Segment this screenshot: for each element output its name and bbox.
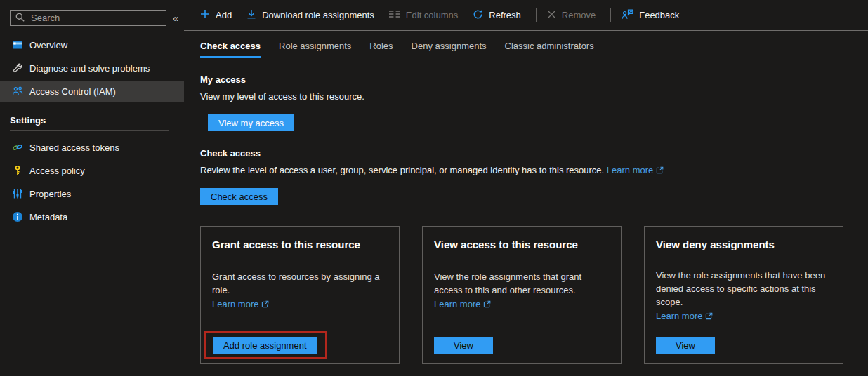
add-role-assignment-button[interactable]: Add role assignment	[213, 337, 317, 354]
check-access-button[interactable]: Check access	[200, 188, 278, 205]
edit-columns-label: Edit columns	[406, 10, 458, 20]
tab-deny-assignments[interactable]: Deny assignments	[412, 41, 487, 58]
sidebar-settings-nav: Shared access tokens Access policy Prope…	[0, 137, 184, 227]
search-input[interactable]	[29, 12, 161, 24]
view-deny-assignments-card: View deny assignments View the role assi…	[644, 226, 843, 364]
x-icon	[547, 10, 556, 21]
red-highlight-box: Add role assignment	[204, 331, 327, 359]
sidebar-item-label: Metadata	[29, 212, 67, 222]
external-link-icon	[261, 298, 269, 311]
people-icon	[11, 86, 23, 98]
resource-sidebar: « Overview Diagnose and solve problems A…	[0, 0, 184, 376]
check-access-learn-more-link[interactable]: Learn more	[607, 165, 653, 175]
tab-bar: Check access Role assignments Roles Deny…	[200, 41, 854, 58]
sidebar-item-shared-access-tokens[interactable]: Shared access tokens	[0, 137, 184, 158]
card-title: View deny assignments	[656, 239, 831, 250]
learn-more-label: Learn more	[434, 299, 480, 309]
view-access-learn-more-link[interactable]: Learn more	[434, 299, 480, 309]
card-button-row: View	[434, 337, 493, 354]
sidebar-item-label: Overview	[29, 40, 67, 51]
refresh-icon	[473, 9, 483, 22]
edit-columns-button[interactable]: Edit columns	[389, 10, 458, 20]
wrench-icon	[11, 62, 23, 74]
download-button-label: Download role assignments	[262, 10, 374, 20]
sidebar-item-label: Properties	[29, 189, 71, 199]
card-button-row: View	[656, 337, 715, 354]
sidebar-search-row: «	[0, 10, 184, 26]
plus-icon	[200, 9, 210, 21]
sidebar-item-label: Shared access tokens	[29, 142, 119, 153]
card-learn-more-line: Learn more	[212, 297, 388, 311]
link-icon	[11, 142, 23, 154]
grant-access-card: Grant access to this resource Grant acce…	[200, 226, 400, 364]
download-icon	[246, 9, 256, 21]
sidebar-nav: Overview Diagnose and solve problems Acc…	[0, 34, 184, 102]
check-access-description-text: Review the level of access a user, group…	[200, 165, 604, 175]
view-my-access-button[interactable]: View my access	[208, 114, 294, 131]
iam-content: Check access Role assignments Roles Deny…	[184, 31, 868, 364]
remove-button-label: Remove	[562, 10, 596, 20]
tab-check-access[interactable]: Check access	[200, 41, 261, 58]
my-access-description: View my level of access to this resource…	[200, 91, 854, 102]
external-link-icon	[656, 166, 664, 176]
my-access-title: My access	[200, 74, 854, 85]
card-title: Grant access to this resource	[212, 239, 388, 250]
feedback-button[interactable]: Feedback	[622, 9, 679, 22]
grant-access-learn-more-link[interactable]: Learn more	[212, 299, 258, 309]
card-title: View access to this resource	[434, 239, 610, 250]
card-learn-more-line: Learn more	[656, 309, 831, 323]
refresh-button-label: Refresh	[489, 10, 521, 20]
learn-more-label: Learn more	[607, 165, 653, 175]
key-icon	[11, 165, 23, 177]
azure-iam-page: « Overview Diagnose and solve problems A…	[0, 0, 868, 376]
add-button[interactable]: Add	[200, 9, 232, 21]
learn-more-label: Learn more	[212, 299, 258, 309]
add-button-label: Add	[216, 10, 232, 20]
tab-classic-administrators[interactable]: Classic administrators	[505, 41, 594, 58]
card-description: View the role assignments that grant acc…	[434, 270, 610, 297]
sidebar-search-box[interactable]	[10, 10, 166, 26]
collapse-sidebar-icon[interactable]: «	[173, 12, 178, 24]
view-access-card: View access to this resource View the ro…	[422, 226, 622, 364]
sidebar-item-properties[interactable]: Properties	[0, 183, 184, 204]
main-panel: Add Download role assignments Edit colum…	[184, 0, 868, 376]
download-role-assignments-button[interactable]: Download role assignments	[246, 9, 374, 21]
search-icon	[15, 13, 25, 24]
feedback-button-label: Feedback	[639, 10, 679, 20]
check-access-title: Check access	[200, 148, 854, 159]
view-access-view-button[interactable]: View	[434, 337, 493, 354]
card-learn-more-line: Learn more	[434, 297, 610, 311]
action-cards: Grant access to this resource Grant acce…	[200, 226, 854, 364]
remove-button[interactable]: Remove	[547, 10, 596, 21]
sidebar-item-access-policy[interactable]: Access policy	[0, 160, 184, 181]
sidebar-item-label: Access policy	[29, 166, 85, 176]
view-deny-learn-more-link[interactable]: Learn more	[656, 311, 702, 321]
feedback-icon	[622, 9, 633, 22]
toolbar-separator	[536, 8, 537, 22]
sidebar-item-access-control-iam[interactable]: Access Control (IAM)	[0, 81, 184, 102]
info-icon	[11, 211, 23, 223]
check-access-description: Review the level of access a user, group…	[200, 165, 854, 176]
container-icon	[11, 39, 23, 51]
settings-divider	[10, 130, 169, 131]
external-link-icon	[705, 310, 713, 323]
tab-role-assignments[interactable]: Role assignments	[279, 41, 351, 58]
sidebar-item-label: Diagnose and solve problems	[29, 63, 150, 74]
sliders-icon	[11, 188, 23, 200]
learn-more-label: Learn more	[656, 311, 702, 321]
sidebar-item-metadata[interactable]: Metadata	[0, 206, 184, 227]
sidebar-item-diagnose[interactable]: Diagnose and solve problems	[0, 58, 184, 79]
card-description: View the role assignments that have been…	[656, 269, 831, 309]
command-bar: Add Download role assignments Edit colum…	[184, 0, 868, 31]
sidebar-item-label: Access Control (IAM)	[29, 86, 116, 97]
external-link-icon	[483, 298, 491, 311]
view-deny-view-button[interactable]: View	[656, 337, 715, 354]
settings-section-header: Settings	[0, 104, 184, 130]
tab-roles[interactable]: Roles	[369, 41, 393, 58]
refresh-button[interactable]: Refresh	[473, 9, 521, 22]
toolbar-separator	[610, 8, 611, 22]
card-description: Grant access to resources by assigning a…	[212, 270, 388, 297]
columns-icon	[389, 10, 400, 20]
sidebar-item-overview[interactable]: Overview	[0, 34, 184, 55]
